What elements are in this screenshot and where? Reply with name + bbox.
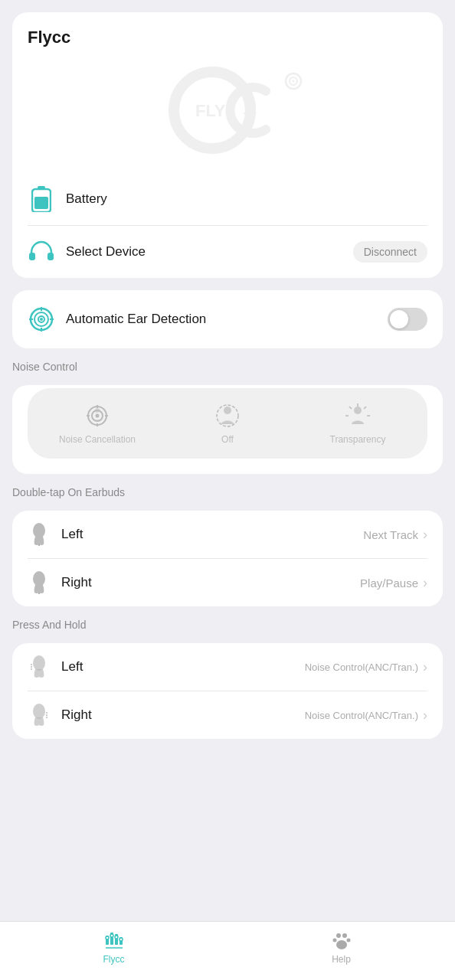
- noise-off-icon: [214, 402, 241, 430]
- headphone-icon: [28, 238, 55, 266]
- svg-point-13: [40, 318, 43, 321]
- noise-cancellation-icon: [83, 402, 111, 430]
- noise-off-option[interactable]: Off: [162, 396, 293, 451]
- svg-line-32: [349, 407, 352, 409]
- double-tap-right-chevron: ›: [423, 575, 427, 591]
- noise-control-section: Noise Cancellation Off: [12, 385, 443, 474]
- double-tap-left-row[interactable]: Left Next Track ›: [28, 511, 427, 558]
- press-hold-left-icon: [28, 655, 51, 678]
- double-tap-right-value: Play/Pause: [360, 577, 418, 590]
- press-hold-right-icon: [28, 704, 51, 727]
- press-hold-section-label: Press And Hold: [12, 619, 443, 631]
- transparency-label: Transparency: [330, 434, 386, 445]
- nav-help[interactable]: Help: [228, 929, 455, 965]
- double-tap-section: Left Next Track › Right Play/Pause ›: [12, 511, 443, 606]
- right-earbud-icon: [28, 571, 51, 594]
- svg-point-42: [33, 704, 45, 719]
- select-device-row: Select Device Disconnect: [28, 225, 427, 278]
- svg-point-57: [332, 939, 336, 942]
- svg-point-38: [33, 655, 45, 671]
- battery-label: Battery: [66, 191, 427, 207]
- disconnect-button[interactable]: Disconnect: [353, 241, 427, 263]
- transparency-option[interactable]: Transparency: [293, 396, 423, 451]
- press-hold-right-value: Noise Control(ANC/Tran.): [305, 710, 418, 721]
- svg-point-51: [106, 936, 109, 939]
- press-hold-right-chevron: ›: [423, 707, 427, 724]
- left-earbud-icon: [28, 523, 51, 546]
- press-hold-left-chevron: ›: [423, 659, 427, 675]
- ear-detection-toggle[interactable]: [388, 308, 427, 331]
- noise-control-picker: Noise Cancellation Off: [28, 388, 427, 459]
- battery-row: Battery: [28, 173, 427, 225]
- nav-flycc-label: Flycc: [103, 954, 125, 965]
- svg-point-56: [342, 933, 347, 938]
- ear-detection-icon: [28, 305, 55, 333]
- svg-point-55: [336, 933, 341, 938]
- svg-point-25: [95, 408, 100, 413]
- top-card: Flycc FLY: [12, 12, 443, 278]
- help-nav-icon: [331, 929, 352, 951]
- noise-control-section-label: Noise Control: [12, 361, 443, 373]
- double-tap-left-chevron: ›: [423, 527, 427, 543]
- svg-point-53: [115, 936, 118, 939]
- flycc-logo: FLY: [143, 64, 312, 156]
- anc-row: Automatic Ear Detection: [28, 290, 427, 348]
- double-tap-section-label: Double-tap On Earbuds: [12, 486, 443, 498]
- svg-line-30: [364, 407, 366, 409]
- press-hold-left-value: Noise Control(ANC/Tran.): [305, 662, 418, 673]
- toggle-knob: [390, 310, 408, 328]
- svg-text:FLY: FLY: [195, 101, 226, 120]
- svg-point-20: [96, 414, 100, 418]
- logo-area: FLY: [28, 57, 427, 164]
- svg-point-4: [293, 80, 295, 83]
- press-hold-left-label: Left: [61, 659, 305, 675]
- press-hold-left-row[interactable]: Left Noise Control(ANC/Tran.) ›: [28, 643, 427, 691]
- svg-point-26: [224, 407, 231, 414]
- noise-cancellation-label: Noise Cancellation: [59, 434, 136, 445]
- nav-flycc[interactable]: Flycc: [0, 929, 228, 965]
- svg-point-58: [346, 939, 350, 942]
- svg-point-36: [33, 571, 45, 586]
- double-tap-left-value: Next Track: [363, 528, 418, 541]
- app-title: Flycc: [28, 28, 427, 47]
- double-tap-right-label: Right: [61, 575, 360, 590]
- nav-help-label: Help: [332, 954, 351, 965]
- automatic-ear-detection-section: Automatic Ear Detection: [12, 290, 443, 348]
- press-hold-right-label: Right: [61, 707, 305, 723]
- battery-icon: [28, 185, 55, 213]
- press-hold-right-row[interactable]: Right Noise Control(ANC/Tran.) ›: [28, 691, 427, 739]
- svg-point-52: [110, 934, 113, 937]
- svg-rect-7: [34, 197, 48, 209]
- svg-rect-9: [47, 253, 54, 260]
- double-tap-right-row[interactable]: Right Play/Pause ›: [28, 558, 427, 606]
- anc-label: Automatic Ear Detection: [66, 312, 388, 327]
- svg-point-54: [119, 938, 123, 941]
- double-tap-left-label: Left: [61, 527, 363, 542]
- noise-off-label: Off: [221, 434, 234, 445]
- bottom-nav: Flycc Help: [0, 921, 455, 980]
- transparency-icon: [344, 402, 372, 430]
- select-device-label: Select Device: [66, 244, 353, 260]
- svg-point-59: [336, 940, 347, 949]
- noise-cancellation-option[interactable]: Noise Cancellation: [32, 396, 162, 451]
- flycc-nav-icon: [103, 929, 125, 951]
- svg-point-28: [354, 407, 362, 414]
- svg-rect-8: [29, 253, 35, 260]
- press-hold-section: Left Noise Control(ANC/Tran.) › Right No…: [12, 643, 443, 739]
- svg-point-34: [33, 523, 45, 538]
